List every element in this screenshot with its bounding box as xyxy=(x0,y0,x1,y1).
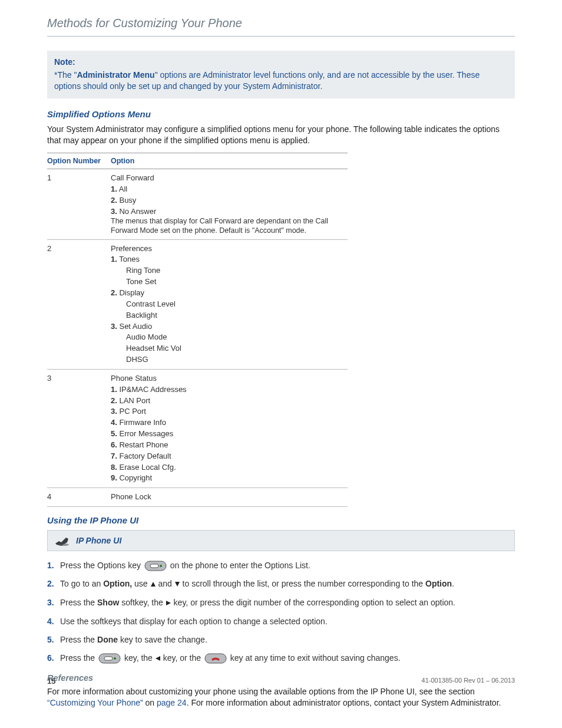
options-key-icon xyxy=(98,653,121,664)
step-text: Use the softkeys that display for each o… xyxy=(60,617,328,626)
step-number: 2. xyxy=(47,578,54,590)
ref-text: . For more information about administrat… xyxy=(187,698,501,707)
option-number-cell: 1 xyxy=(47,169,111,239)
table-row: 1Call Forward1. All2. Busy3. No AnswerTh… xyxy=(47,169,348,239)
col-option-number: Option Number xyxy=(47,153,111,169)
xref-customizing[interactable]: “Customizing Your Phone” xyxy=(47,698,143,707)
step-number: 6. xyxy=(47,652,54,664)
ref-text: on xyxy=(143,698,157,707)
step-bold: Show xyxy=(97,598,119,607)
step-text: to scroll through the list, or press the… xyxy=(180,579,425,588)
svg-point-3 xyxy=(160,565,162,567)
page-title: Methods for Customizing Your Phone xyxy=(47,17,515,37)
phone-icon xyxy=(48,534,76,547)
svg-marker-6 xyxy=(166,601,171,605)
step-1: 1. Press the Options key on the phone to… xyxy=(47,559,515,572)
references-body: For more information about customizing y… xyxy=(47,686,515,709)
step-bold: Option xyxy=(425,579,452,588)
options-table: Option Number Option 1Call Forward1. All… xyxy=(47,153,348,507)
note-title: Note: xyxy=(54,57,508,68)
step-text: Press the xyxy=(60,598,97,607)
hangup-key-icon xyxy=(204,653,227,664)
table-row: 3Phone Status1. IP&MAC Addresses2. LAN P… xyxy=(47,369,348,487)
note-prefix: *The " xyxy=(54,70,77,80)
svg-marker-4 xyxy=(151,582,156,587)
down-arrow-icon xyxy=(174,578,180,591)
step-3: 3. Press the Show softkey, the key, or p… xyxy=(47,597,515,610)
option-number-cell: 4 xyxy=(47,488,111,507)
svg-point-9 xyxy=(114,657,116,660)
step-text: key, or the xyxy=(161,653,203,663)
table-row: 2Preferences1. TonesRing ToneTone Set2. … xyxy=(47,239,348,369)
ip-phone-ui-callout: IP Phone UI xyxy=(47,530,515,551)
callout-title: IP Phone UI xyxy=(76,536,121,545)
svg-point-0 xyxy=(58,543,69,546)
option-number-cell: 3 xyxy=(47,369,111,487)
section-simplified-heading: Simplified Options Menu xyxy=(47,109,515,119)
svg-marker-5 xyxy=(175,582,180,587)
step-text: key to save the change. xyxy=(118,635,207,644)
up-arrow-icon xyxy=(150,578,156,591)
page-number: 15 xyxy=(47,677,55,686)
page-footer: 15 41-001385-00 Rev 01 – 06.2013 xyxy=(47,677,515,686)
ref-text: For more information about customizing y… xyxy=(47,687,475,696)
note-bold: Administrator Menu xyxy=(77,70,154,80)
step-number: 4. xyxy=(47,615,54,628)
right-arrow-icon xyxy=(166,597,171,610)
svg-rect-2 xyxy=(150,564,158,568)
step-4: 4. Use the softkeys that display for eac… xyxy=(47,615,515,628)
option-number-cell: 2 xyxy=(47,239,111,369)
step-text: key at any time to exit without saving c… xyxy=(228,653,401,663)
table-row: 4Phone Lock xyxy=(47,488,348,507)
col-option: Option xyxy=(111,153,348,169)
option-cell: Preferences1. TonesRing ToneTone Set2. D… xyxy=(111,239,348,369)
step-text: on the phone to enter the Options List. xyxy=(168,561,310,570)
svg-rect-8 xyxy=(104,657,113,660)
option-cell: Call Forward1. All2. Busy3. No AnswerThe… xyxy=(111,169,348,239)
option-cell: Phone Lock xyxy=(111,488,348,507)
step-text: Press the xyxy=(60,653,97,663)
step-bold: Option, xyxy=(103,579,132,588)
step-text: Press the xyxy=(60,635,97,644)
step-text: To go to an xyxy=(60,579,103,588)
left-arrow-icon xyxy=(155,653,161,665)
steps-list: 1. Press the Options key on the phone to… xyxy=(47,559,515,664)
step-text: and xyxy=(156,579,174,588)
step-text: softkey, the xyxy=(119,598,165,607)
options-key-icon xyxy=(144,561,167,571)
step-text: key, or press the digit number of the co… xyxy=(171,598,455,607)
step-bold: Done xyxy=(97,635,118,644)
step-number: 3. xyxy=(47,597,54,609)
step-5: 5. Press the Done key to save the change… xyxy=(47,634,515,646)
step-2: 2. To go to an Option, use and to scroll… xyxy=(47,578,515,591)
section-using-heading: Using the IP Phone UI xyxy=(47,515,515,525)
step-text: . xyxy=(452,579,454,588)
step-text: Press the Options key xyxy=(60,561,143,570)
step-number: 5. xyxy=(47,634,54,646)
simplified-intro: Your System Administrator may configure … xyxy=(47,124,515,147)
xref-page[interactable]: page 24 xyxy=(157,698,187,707)
note-box: Note: *The "Administrator Menu" options … xyxy=(47,51,515,98)
doc-revision: 41-001385-00 Rev 01 – 06.2013 xyxy=(422,677,515,686)
step-number: 1. xyxy=(47,559,54,572)
option-cell: Phone Status1. IP&MAC Addresses2. LAN Po… xyxy=(111,369,348,487)
step-text: key, the xyxy=(122,653,155,663)
step-text: use xyxy=(132,579,150,588)
note-body: *The "Administrator Menu" options are Ad… xyxy=(54,70,508,93)
svg-marker-10 xyxy=(156,656,160,661)
step-6: 6. Press the key, the key, or the key at… xyxy=(47,652,515,665)
